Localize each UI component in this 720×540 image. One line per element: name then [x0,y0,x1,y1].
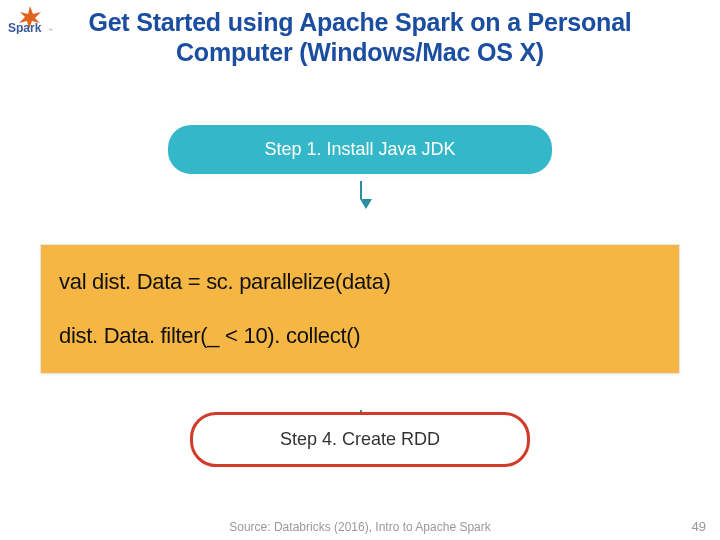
slide-title: Get Started using Apache Spark on a Pers… [30,8,690,67]
final-step-block: Step 4. Create RDD [0,406,720,467]
source-citation: Source: Databricks (2016), Intro to Apac… [0,520,720,534]
step-1: Step 1. Install Java JDK [165,122,555,177]
step-4: Step 4. Create RDD [190,412,530,467]
step-1-label: Step 1. Install Java JDK [264,139,455,159]
code-line-2: dist. Data. filter(_ < 10). collect() [59,323,661,349]
step-4-label: Step 4. Create RDD [280,429,440,449]
code-line-1: val dist. Data = sc. parallelize(data) [59,269,661,295]
code-overlay: val dist. Data = sc. parallelize(data) d… [40,244,680,374]
slide-title-wrap: Get Started using Apache Spark on a Pers… [30,8,690,67]
page-number: 49 [692,519,706,534]
